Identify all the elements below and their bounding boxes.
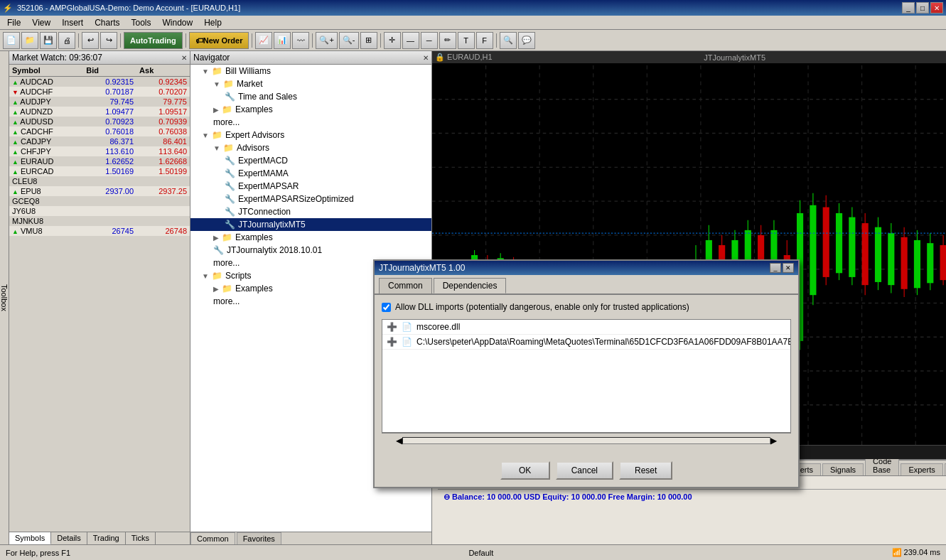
mw-tab-trading[interactable]: Trading — [87, 532, 126, 544]
toolbar-fit[interactable]: ⊞ — [360, 32, 377, 49]
toolbar-draw[interactable]: ✏ — [439, 32, 456, 49]
nav-jtjournalytix[interactable]: 🔧 JTJournalytixMT5 — [190, 218, 431, 231]
table-row[interactable]: GCEQ8 — [9, 196, 190, 206]
toolbar-new[interactable]: 📄 — [3, 32, 20, 49]
mw-tab-ticks[interactable]: Ticks — [126, 532, 156, 544]
market-watch-table: Symbol Bid Ask ▲ AUDCAD 0.92315 0.92345 … — [9, 65, 190, 236]
table-row[interactable]: ▲ EURAUD 1.62652 1.62668 — [9, 156, 190, 166]
table-row[interactable]: ▲ AUDJPY 79.745 79.775 — [9, 97, 190, 107]
nav-bill-williams[interactable]: ▼ 📁 Bill Williams — [190, 65, 431, 77]
table-row[interactable]: CLEU8 — [9, 176, 190, 186]
new-order-btn[interactable]: 🏷 New Order — [189, 32, 249, 49]
toolbar-msg[interactable]: 💬 — [518, 32, 535, 49]
menu-tools[interactable]: Tools — [126, 16, 157, 29]
dialog-tab-dependencies[interactable]: Dependencies — [434, 278, 507, 294]
dialog-tab-common[interactable]: Common — [379, 278, 432, 294]
nav-expertmapsar[interactable]: 🔧 ExpertMAPSAR — [190, 180, 431, 193]
toolbar-fib[interactable]: F — [476, 32, 493, 49]
table-row[interactable]: ▲ AUDUSD 0.70923 0.70939 — [9, 117, 190, 126]
table-row[interactable]: ▲ EURCAD 1.50169 1.50199 — [9, 166, 190, 176]
table-row[interactable]: ▼ AUDCHF 0.70187 0.70207 — [9, 87, 190, 97]
table-row[interactable]: ▲ VMU8 26745 26748 — [9, 226, 190, 236]
svg-rect-91 — [901, 237, 908, 289]
nav-more-1[interactable]: more... — [190, 116, 431, 129]
maximize-btn[interactable]: □ — [916, 2, 929, 14]
nav-time-sales[interactable]: 🔧 Time and Sales — [190, 90, 431, 103]
nav-advisors[interactable]: ▼ 📁 Advisors — [190, 141, 431, 154]
allow-dll-checkbox[interactable] — [382, 303, 391, 312]
menu-file[interactable]: File — [1, 16, 26, 29]
expand-icon[interactable]: ➕ — [387, 337, 397, 347]
table-row[interactable]: ▲ AUDNZD 1.09477 1.09517 — [9, 107, 190, 117]
toolbar-zoomout[interactable]: 🔍- — [339, 32, 359, 49]
dialog-reset-btn[interactable]: Reset — [619, 461, 672, 480]
dialog-ok-btn[interactable]: OK — [500, 461, 550, 480]
table-row[interactable]: ▲ CADCHF 0.76018 0.76038 — [9, 126, 190, 136]
mw-tab-details[interactable]: Details — [51, 532, 87, 544]
folder-icon: 📁 — [222, 104, 232, 114]
scroll-right-btn[interactable]: ▶ — [770, 436, 777, 446]
table-row[interactable]: ▲ CHFJPY 113.610 113.640 — [9, 146, 190, 156]
allow-dll-label: Allow DLL imports (potentially dangerous… — [395, 302, 689, 312]
menu-window[interactable]: Window — [157, 16, 199, 29]
nav-examples-2[interactable]: ▶ 📁 Examples — [190, 231, 431, 244]
nav-expertmacd[interactable]: 🔧 ExpertMACD — [190, 154, 431, 167]
dialog-dependencies-tree[interactable]: ➕ 📄 mscoree.dll ➕ 📄 C:\Users\peter\AppDa… — [382, 319, 791, 433]
toolbar-chart1[interactable]: 📈 — [255, 32, 272, 49]
nav-tab-favorites[interactable]: Favorites — [237, 532, 281, 544]
expand-icon[interactable]: ➕ — [387, 322, 397, 332]
symbol-cell: JY6U8 — [9, 206, 83, 216]
nav-expertmapsarsize[interactable]: 🔧 ExpertMAPSARSizeOptimized — [190, 193, 431, 205]
dialog-cancel-btn[interactable]: Cancel — [556, 461, 613, 480]
minimize-btn[interactable]: _ — [902, 2, 915, 14]
toolbar-undo[interactable]: ↩ — [82, 32, 99, 49]
mw-tab-symbols[interactable]: Symbols — [9, 532, 51, 544]
table-row[interactable]: ▲ CADJPY 86.371 86.401 — [9, 136, 190, 146]
toolbar-redo[interactable]: ↪ — [100, 32, 117, 49]
scroll-left-btn[interactable]: ◀ — [396, 436, 402, 446]
dialog-close[interactable]: ✕ — [783, 263, 794, 273]
dialog-minimize[interactable]: _ — [770, 263, 781, 273]
scrollbar-track[interactable] — [402, 437, 770, 444]
folder-icon: 📁 — [212, 66, 222, 76]
nav-tab-common[interactable]: Common — [190, 532, 235, 544]
menu-help[interactable]: Help — [198, 16, 227, 29]
trade-tab-experts[interactable]: Experts — [901, 463, 942, 475]
toolbar-chart3[interactable]: 〰 — [292, 32, 309, 49]
close-btn[interactable]: ✕ — [930, 2, 943, 14]
menu-view[interactable]: View — [26, 16, 56, 29]
svg-rect-85 — [862, 223, 869, 285]
toolbar-hline[interactable]: ─ — [421, 32, 438, 49]
nav-expert-advisors[interactable]: ▼ 📁 Expert Advisors — [190, 129, 431, 141]
navigator-close[interactable]: ✕ — [423, 54, 429, 62]
toolbar-open[interactable]: 📁 — [21, 32, 38, 49]
sep4 — [252, 33, 252, 48]
dll-icon: 📄 — [402, 322, 412, 332]
table-row[interactable]: ▲ EPU8 2937.00 2937.25 — [9, 186, 190, 196]
nav-market[interactable]: ▼ 📁 Market — [190, 77, 431, 90]
nav-examples-1[interactable]: ▶ 📁 Examples — [190, 103, 431, 116]
toolbar-chart2[interactable]: 📊 — [274, 32, 291, 49]
toolbar-search[interactable]: 🔍 — [500, 32, 517, 49]
auto-trading-btn[interactable]: AutoTrading — [124, 32, 183, 49]
nav-expertmama[interactable]: 🔧 ExpertMAMA — [190, 167, 431, 180]
toolbar-print[interactable]: 🖨 — [58, 32, 75, 49]
market-watch-close[interactable]: ✕ — [181, 54, 187, 62]
toolbar-crosshair[interactable]: ✛ — [384, 32, 401, 49]
table-row[interactable]: MJNKU8 — [9, 216, 190, 226]
toolbar-save[interactable]: 💾 — [40, 32, 57, 49]
menu-insert[interactable]: Insert — [56, 16, 89, 29]
table-row[interactable]: JY6U8 — [9, 206, 190, 216]
toolbar-line[interactable]: — — [402, 32, 419, 49]
bid-cell — [83, 216, 136, 226]
toolbar-text[interactable]: T — [458, 32, 475, 49]
table-row[interactable]: ▲ AUDCAD 0.92315 0.92345 — [9, 77, 190, 87]
bid-cell: 0.76018 — [83, 126, 136, 136]
toolbar-zoomin[interactable]: 🔍+ — [316, 32, 337, 49]
symbol-cell: ▼ AUDCHF — [9, 87, 83, 97]
nav-jtconnection[interactable]: 🔧 JTConnection — [190, 205, 431, 218]
trade-tab-signals[interactable]: Signals — [822, 463, 864, 475]
menu-charts[interactable]: Charts — [89, 16, 125, 29]
nav-jtjournalytix-2018[interactable]: 🔧 JTJournalytix 2018.10.01 — [190, 244, 431, 257]
toolbox-tab[interactable]: Toolbox — [0, 51, 9, 544]
